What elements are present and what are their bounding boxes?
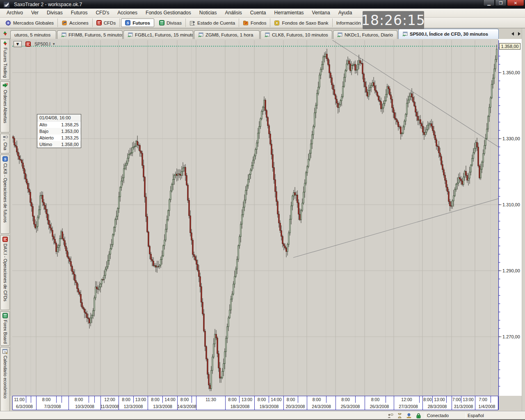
menu-ayuda[interactable]: Ayuda (334, 9, 356, 17)
last-price-marker: 1.358,00 (499, 43, 520, 50)
toolbar-fondos[interactable]: Fondos (239, 18, 270, 27)
price-axis[interactable]: 1.350,001.330,001.310,001.290,001.270,00 (498, 39, 522, 396)
tab-ffim8-futuros-5-minutos[interactable]: FFIM8, Futuros, 5 minutos (57, 30, 123, 39)
toolbar-cfds[interactable]: CFDs (93, 18, 120, 27)
time-axis-dates[interactable]: 6/3/20087/3/200810/3/200811/3/200812/3/2… (12, 403, 498, 410)
globe-gear-icon (5, 20, 11, 26)
tab-scroll-left-icon[interactable] (511, 32, 514, 36)
time-cell-7-00: 7:00 (475, 396, 491, 403)
menu-cfd-s[interactable]: CFD's (91, 9, 113, 17)
connection-status: Conectado (427, 413, 464, 418)
calendar-icon (2, 349, 8, 354)
time-cell-12-00: 12:00 (101, 396, 119, 403)
tab-fgblc1-futuros-15-minutos[interactable]: FGBLc1, Futuros, 15 minutos (123, 30, 193, 39)
time-cell-13-00: 13:00 (433, 396, 447, 403)
network-status-icon (406, 413, 412, 418)
time-cell-blank (491, 396, 499, 403)
sidebar-futures-trading[interactable]: Futures Trading (0, 39, 10, 80)
tab-clk8-futuros-10-minutos[interactable]: CLK8, Futuros, 10 minutos (260, 30, 332, 39)
chart-tab-strip: uturos, 5 minutosFFIM8, Futuros, 5 minut… (10, 28, 525, 39)
time-cell-blank (386, 396, 394, 403)
menu-herramientas[interactable]: Herramientas (270, 9, 308, 17)
date-cell-24-3-2008: 24/3/2008 (307, 403, 336, 410)
toolbar-estado-de-cuenta[interactable]: Estado de Cuenta (186, 18, 239, 27)
menu-archivo[interactable]: Archivo (2, 9, 27, 17)
tab-nkdc1-futuros-diario[interactable]: NKDc1, Futuros, Diario (333, 30, 397, 39)
window-title: SaxoTrader 2 - workspace.ok.7 (14, 2, 82, 7)
toolbar-fondos-de-saxo-bank[interactable]: Fondos de Saxo Bank (270, 18, 332, 27)
time-cell-11-30: 11:30 (196, 396, 226, 403)
tooltip-last-label: Ultimo (39, 142, 52, 147)
date-cell-28-3-2008: 28/3/2008 (423, 403, 452, 410)
sidebar-calendario-econ-mico[interactable]: Calendario económico (0, 347, 10, 417)
time-cell-8-00: 8:00 (307, 396, 326, 403)
date-cell-26-3-2008: 26/3/2008 (365, 403, 394, 410)
time-cell-14-00: 14:00 (163, 396, 178, 403)
menu-ventana[interactable]: Ventana (308, 9, 334, 17)
time-cell-14-00: 14:00 (269, 396, 284, 403)
instrument-caret-icon[interactable]: ▼ (52, 42, 55, 46)
toolbar-informaci-n[interactable]: Información (333, 18, 365, 27)
chat-icon (2, 135, 8, 141)
candlestick-chart[interactable] (12, 40, 498, 396)
svg-text:S: S (4, 157, 6, 161)
menu-cuenta[interactable]: Cuenta (246, 9, 270, 17)
time-cell-8-00: 8:00 (336, 396, 356, 403)
tab-scroll-right-icon[interactable] (518, 32, 521, 36)
restore-button[interactable]: ❐ (495, 0, 507, 6)
sidebar-forex-board[interactable]: Forex Board (0, 311, 10, 346)
toolbar-divisas[interactable]: Divisas (155, 18, 186, 27)
date-cell-11-3-2008: 11/3/2008 (101, 403, 119, 410)
time-cell-8-00: 8:00 (148, 396, 163, 403)
chart-window-icon (61, 32, 66, 37)
arrows-icon (2, 41, 8, 46)
date-cell-12-3-2008: 12/3/2008 (119, 403, 148, 410)
time-cell-blank (62, 396, 69, 403)
menu-divisas[interactable]: Divisas (43, 9, 67, 17)
date-cell-18-3-2008: 18/3/2008 (226, 403, 255, 410)
time-cell-8-00: 8:00 (119, 396, 134, 403)
tab-sp500-i-ndice-de-cfd-30-minutos[interactable]: SP500.I, Índice de CFD, 30 minutos (398, 29, 499, 39)
close-button[interactable]: ✕ (507, 0, 524, 6)
time-cell-8-00: 8:00 (226, 396, 240, 403)
secure-lock-icon (416, 413, 421, 418)
menu-fondos-gestionados[interactable]: Fondos Gestionados (142, 9, 195, 17)
toolbar-futuros[interactable]: SFuturos (121, 18, 154, 27)
menu-futuros[interactable]: Futuros (67, 9, 92, 17)
time-cell-blank (26, 396, 31, 403)
forex-icon (159, 20, 164, 25)
clock-overlay: 18:26:15 (363, 11, 424, 29)
sidebar-cha[interactable]: Cha (0, 134, 10, 153)
toolbar-mercados-globales[interactable]: Mercados Globales (2, 18, 58, 27)
sidebar-clk8-operaciones-de-futuros[interactable]: SCLK8 - Operaciones de futuros (0, 155, 10, 234)
account-icon (189, 20, 195, 26)
sidebar-dax-i-operaciones-de-cfds[interactable]: DAX.I - Operaciones de CFDs (0, 235, 10, 310)
date-cell-13-3-2008: 13/3/2008 (148, 403, 178, 410)
hourglass-icon (397, 413, 402, 418)
tooltip-high-value: 1.358,25 (61, 122, 79, 127)
toolbar-acciones[interactable]: Acciones (58, 18, 93, 27)
menu-ver[interactable]: Ver (27, 9, 43, 17)
instrument-label: SP500.I (34, 41, 50, 46)
user-session-icon[interactable] (387, 413, 393, 418)
tab-uturos-5-minutos[interactable]: uturos, 5 minutos (10, 30, 56, 39)
workspace-corner-icon[interactable] (0, 28, 10, 39)
instrument-selector[interactable]: ▼ SP500.I ▼ (14, 41, 55, 47)
minimize-button[interactable]: ▁ (483, 0, 495, 6)
chart-dropdown-button[interactable]: ▼ (14, 41, 22, 47)
menu-acciones[interactable]: Acciones (113, 9, 142, 17)
time-cell-7-00: 7:00 (452, 396, 461, 403)
app-logo-icon (4, 2, 9, 7)
time-cell-blank (89, 396, 95, 403)
menu-noticias[interactable]: Noticias (195, 9, 221, 17)
sidebar-ordenes-abiertas[interactable]: Ordenes Abiertas (0, 81, 10, 132)
time-cell-8-00: 8:00 (178, 396, 192, 403)
time-cell-8-00: 8:00 (284, 396, 298, 403)
time-axis-times[interactable]: 11:008:008:0012:008:0013:008:0014:008:00… (12, 396, 498, 403)
tab-zgm8-futuros-1-hora[interactable]: ZGM8, Futuros, 1 hora (194, 30, 260, 39)
futuros-icon: S (2, 156, 8, 162)
ohlc-tooltip: 01/04/08, 16:00 Alto1.358,25 Bajo1.353,0… (37, 114, 81, 148)
svg-text:1.350,00: 1.350,00 (502, 70, 520, 75)
date-cell-blank (196, 403, 226, 410)
menu-an-lisis[interactable]: Análisis (221, 9, 246, 17)
